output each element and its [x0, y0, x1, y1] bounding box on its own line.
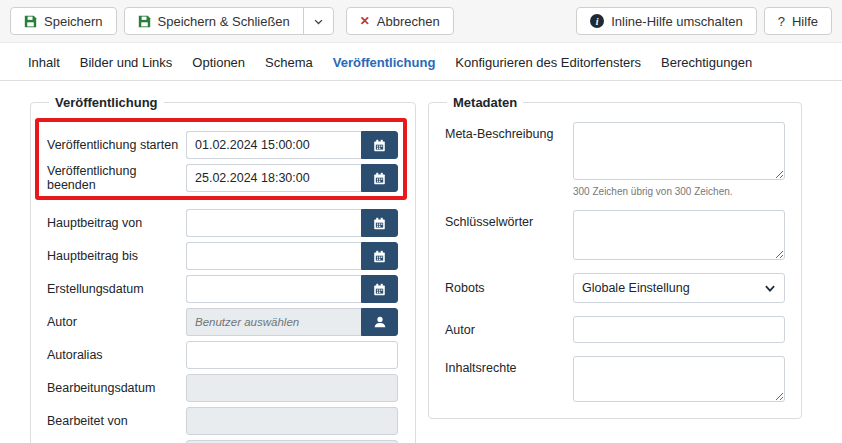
- metadata-legend: Metadaten: [447, 95, 523, 110]
- save-button-label: Speichern: [44, 14, 103, 29]
- publish-finish-row: Veröffentlichung beenden: [47, 164, 401, 192]
- keywords-label: Schlüsselwörter: [445, 210, 573, 260]
- created-date-input[interactable]: [186, 275, 361, 303]
- tab-editorfenster[interactable]: Konfigurieren des Editorfensters: [455, 55, 641, 70]
- author-select-input: [186, 308, 361, 336]
- publishing-legend: Veröffentlichung: [49, 95, 164, 110]
- calendar-button[interactable]: [361, 275, 398, 303]
- cancel-button[interactable]: ✕ Abbrechen: [346, 7, 454, 35]
- created-date-row: Erstellungsdatum: [47, 275, 399, 303]
- publish-start-input[interactable]: [186, 131, 361, 159]
- robots-label: Robots: [445, 281, 573, 295]
- meta-author-input[interactable]: [573, 316, 785, 343]
- save-icon: [138, 15, 151, 28]
- cancel-x-icon: ✕: [360, 15, 370, 27]
- tab-schema[interactable]: Schema: [265, 55, 313, 70]
- content-rights-row: Inhaltsrechte: [445, 356, 785, 402]
- inline-help-toggle-button[interactable]: i Inline-Hilfe umschalten: [576, 7, 757, 35]
- created-date-group: [186, 275, 398, 303]
- author-alias-input[interactable]: [186, 341, 398, 369]
- modified-date-input: [186, 374, 398, 402]
- tab-panel-veroeffentlichung: Veröffentlichung Veröffentlichung starte…: [0, 81, 842, 443]
- help-button-label: Hilfe: [792, 14, 818, 29]
- tab-bar: Inhalt Bilder und Links Optionen Schema …: [0, 43, 842, 81]
- calendar-button[interactable]: [361, 209, 398, 237]
- calendar-icon: [373, 139, 386, 152]
- publish-start-label: Veröffentlichung starten: [47, 138, 186, 152]
- tab-berechtigungen[interactable]: Berechtigungen: [661, 55, 752, 70]
- metadata-fieldset: Metadaten Meta-Beschreibung 300 Zeichen …: [428, 95, 802, 419]
- modified-by-row: Bearbeitet von: [47, 407, 399, 435]
- content-rights-label: Inhaltsrechte: [445, 356, 573, 402]
- featured-up-label: Hauptbeitrag von: [47, 216, 186, 230]
- publish-start-group: [186, 131, 398, 159]
- save-dropdown-toggle[interactable]: [303, 7, 334, 35]
- meta-description-counter: 300 Zeichen übrig von 300 Zeichen.: [573, 186, 785, 197]
- meta-author-row: Autor: [445, 316, 785, 343]
- content-rights-textarea[interactable]: [573, 356, 785, 402]
- meta-author-label: Autor: [445, 323, 573, 337]
- highlight-box: Veröffentlichung starten Veröffentlichun…: [35, 118, 407, 200]
- tab-veroeffentlichung[interactable]: Veröffentlichung: [333, 55, 436, 70]
- featured-down-row: Hauptbeitrag bis: [47, 242, 399, 270]
- chevron-down-icon: [313, 16, 324, 27]
- tab-optionen[interactable]: Optionen: [192, 55, 245, 70]
- save-icon: [24, 15, 37, 28]
- author-label: Autor: [47, 315, 186, 329]
- publishing-fieldset: Veröffentlichung Veröffentlichung starte…: [30, 95, 416, 443]
- featured-up-input[interactable]: [186, 209, 361, 237]
- meta-description-label: Meta-Beschreibung: [445, 122, 573, 197]
- modified-date-label: Bearbeitungsdatum: [47, 381, 186, 395]
- select-user-button[interactable]: [361, 308, 398, 336]
- robots-select[interactable]: Globale Einstellung: [573, 273, 785, 303]
- publish-finish-input[interactable]: [186, 164, 361, 192]
- tab-inhalt[interactable]: Inhalt: [28, 55, 60, 70]
- help-button[interactable]: ? Hilfe: [764, 7, 832, 35]
- calendar-icon: [373, 217, 386, 230]
- robots-select-wrap: Globale Einstellung: [573, 273, 785, 303]
- save-close-button-label: Speichern & Schließen: [158, 14, 290, 29]
- publish-finish-label: Veröffentlichung beenden: [47, 164, 186, 192]
- modified-by-input: [186, 407, 398, 435]
- modified-date-row: Bearbeitungsdatum: [47, 374, 399, 402]
- featured-down-label: Hauptbeitrag bis: [47, 249, 186, 263]
- question-mark-icon: ?: [778, 14, 785, 29]
- calendar-icon: [373, 250, 386, 263]
- toolbar: Speichern Speichern & Schließen ✕ Abbrec…: [0, 0, 842, 43]
- author-group: [186, 308, 398, 336]
- featured-down-input[interactable]: [186, 242, 361, 270]
- author-alias-label: Autoralias: [47, 348, 186, 362]
- keywords-row: Schlüsselwörter: [445, 210, 785, 260]
- calendar-icon: [373, 172, 386, 185]
- user-icon: [373, 315, 387, 329]
- featured-up-group: [186, 209, 398, 237]
- cancel-button-label: Abbrechen: [377, 14, 440, 29]
- featured-down-group: [186, 242, 398, 270]
- save-close-split-button: Speichern & Schließen: [124, 7, 334, 35]
- author-row: Autor: [47, 308, 399, 336]
- meta-description-control: 300 Zeichen übrig von 300 Zeichen.: [573, 122, 785, 197]
- meta-description-textarea[interactable]: [573, 122, 785, 180]
- robots-row: Robots Globale Einstellung: [445, 273, 785, 303]
- calendar-button[interactable]: [361, 131, 398, 159]
- meta-description-row: Meta-Beschreibung 300 Zeichen übrig von …: [445, 122, 785, 197]
- save-button[interactable]: Speichern: [10, 7, 117, 35]
- author-alias-row: Autoralias: [47, 341, 399, 369]
- calendar-button[interactable]: [361, 242, 398, 270]
- created-date-label: Erstellungsdatum: [47, 282, 186, 296]
- featured-up-row: Hauptbeitrag von: [47, 209, 399, 237]
- publish-start-row: Veröffentlichung starten: [47, 131, 401, 159]
- tab-bilder-und-links[interactable]: Bilder und Links: [80, 55, 173, 70]
- info-circle-icon: i: [590, 14, 604, 28]
- calendar-button[interactable]: [361, 164, 398, 192]
- keywords-textarea[interactable]: [573, 210, 785, 260]
- calendar-icon: [373, 283, 386, 296]
- publish-finish-group: [186, 164, 398, 192]
- save-close-button[interactable]: Speichern & Schließen: [124, 7, 304, 35]
- inline-help-label: Inline-Hilfe umschalten: [611, 14, 743, 29]
- modified-by-label: Bearbeitet von: [47, 414, 186, 428]
